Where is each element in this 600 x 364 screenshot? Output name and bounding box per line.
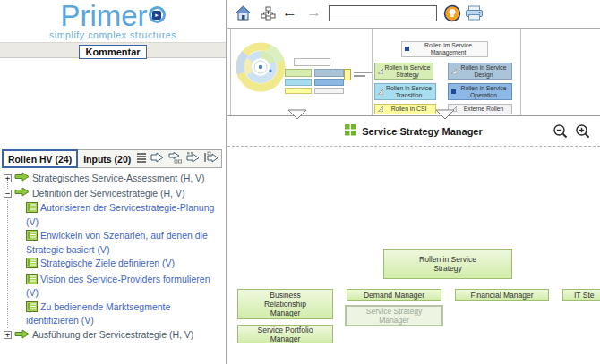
zoom-in-icon[interactable]: [575, 123, 591, 143]
mini-box-management: [294, 58, 330, 66]
note-icon: [344, 69, 351, 80]
panel-divider: [372, 29, 373, 115]
tree-item-marktsegmente[interactable]: Zu bedienende Marktsegmente identifizier…: [26, 301, 220, 327]
expand-branch-icon[interactable]: [150, 151, 165, 167]
note-text-line: [354, 72, 372, 73]
overview-box-rollen-im-service-management[interactable]: Rollen im Service Management: [401, 41, 488, 57]
forward-icon[interactable]: →: [306, 2, 321, 23]
diagram-box-rollen-in-service-strategy[interactable]: Rollen in Service Strategy: [383, 249, 512, 279]
activity-doc-icon: [26, 274, 38, 288]
tree-guide-line: [7, 178, 8, 328]
overview-box-rollen-in-csi[interactable]: Rollen in CSI: [374, 104, 436, 114]
logo-wordmark: Primer▸: [0, 1, 226, 31]
tree-item-label[interactable]: Autorisieren der Servicestrategie-Planun…: [26, 202, 214, 227]
lifecycle-wheel-thumbnail[interactable]: [235, 41, 287, 97]
home-icon[interactable]: [235, 5, 252, 25]
mini-box-csi: [285, 88, 312, 94]
mini-box-operation: [314, 79, 344, 86]
app-window: Primer▸ simplify complex structures Komm…: [0, 0, 600, 364]
tree-item-vision-des-service-providers[interactable]: Vision des Service-Providers formulieren…: [26, 274, 220, 300]
sidebar-tabstrip: Rollen HV (24) Inputs (20): [2, 149, 222, 168]
diagram-marker-icon: [405, 47, 409, 51]
list-view-icon[interactable]: [136, 151, 147, 167]
collapse-level-icon[interactable]: [203, 151, 219, 167]
overview-box-externe-rollen[interactable]: Externe Rollen: [448, 104, 512, 114]
process-tree: + Strategisches Service-Assessment (H, V…: [4, 172, 220, 344]
mini-box-externe: [314, 88, 344, 94]
tabstrip-rest: Inputs (20): [78, 149, 222, 168]
triangle-marker-icon: [378, 106, 383, 114]
note-text-line: [354, 75, 365, 77]
comment-toolbar: Kommentar: [0, 42, 226, 58]
sitemap-icon[interactable]: [261, 6, 276, 24]
overview-box-rollen-in-service-design[interactable]: Rollen in Service Design: [448, 63, 512, 80]
tree-item-label[interactable]: Zu bedienende Marktsegmente identifizier…: [26, 301, 170, 326]
tree-item-label[interactable]: Definition der Servicestrategie (H, V): [32, 188, 184, 199]
tree-item-enwickeln-von-szenarien[interactable]: Enwickeln von Szenarien, auf denen die S…: [26, 230, 220, 256]
panel-divider: [230, 29, 231, 115]
tree-item-autorisieren[interactable]: Autorisieren der Servicestrategie-Planun…: [26, 202, 220, 228]
mini-box-transition: [285, 79, 312, 86]
activity-doc-icon: [26, 301, 38, 316]
tree-item-ausfuehrung-der-servicestrategie[interactable]: + Ausführung der Servicestrategie (H, V): [4, 329, 220, 342]
diagram-box-financial-manager[interactable]: Financial Manager: [455, 289, 549, 301]
search-input[interactable]: [329, 5, 437, 21]
tab-inputs[interactable]: Inputs (20): [81, 154, 133, 165]
tree-item-label[interactable]: Vision des Service-Providers formulieren…: [26, 274, 210, 299]
diagram-title: Service Strategy Manager: [362, 126, 483, 137]
zoom-out-icon[interactable]: [553, 123, 569, 143]
mini-box-strategy: [285, 69, 312, 77]
process-arrow-icon: [14, 329, 30, 342]
tree-item-label[interactable]: Ausführung der Servicestrategie (H, V): [32, 329, 193, 341]
printer-icon[interactable]: [465, 5, 484, 25]
logo-o-icon: ▸: [149, 6, 166, 23]
tree-item-label[interactable]: Strategische Ziele definieren (V): [40, 258, 175, 268]
expand-plus-icon[interactable]: +: [4, 331, 12, 339]
diagram-title-bar: Service Strategy Manager: [227, 116, 600, 146]
hierarchy-branch-icon[interactable]: [167, 151, 183, 167]
triangle-marker-icon: [378, 69, 383, 76]
comment-button[interactable]: Kommentar: [79, 45, 146, 59]
process-arrow-icon: [14, 172, 30, 184]
tree-children: Autorisieren der Servicestrategie-Planun…: [26, 202, 220, 327]
main-area: ← →: [227, 0, 600, 364]
logo-tagline: simplify complex structures: [0, 30, 226, 40]
diagram-box-service-strategy-manager-selected[interactable]: Service Strategy Manager: [345, 305, 443, 326]
diagram-box-it-ste[interactable]: IT Ste: [562, 289, 600, 301]
logo-text: Primer: [60, 0, 147, 32]
page-break-line: [227, 146, 600, 147]
diagram-box-business-relationship-manager[interactable]: Business Relationship Manager: [237, 289, 333, 319]
activity-doc-icon: [26, 202, 38, 216]
tree-item-label[interactable]: Strategisches Service-Assessment (H, V): [32, 173, 205, 184]
tree-item-strategische-ziele[interactable]: Strategische Ziele definieren (V): [26, 258, 220, 272]
tree-item-definition-der-servicestrategie[interactable]: − Definition der Servicestrategie (H, V): [4, 187, 220, 199]
overview-box-rollen-in-service-strategy[interactable]: Rollen in Service Strategy: [374, 63, 433, 80]
left-sidebar: Primer▸ simplify complex structures Komm…: [0, 0, 227, 364]
lightbulb-icon[interactable]: [443, 4, 461, 26]
diagram-box-service-portfolio-manager[interactable]: Service Portfolio Manager: [237, 325, 333, 343]
collapse-minus-icon[interactable]: −: [4, 190, 12, 198]
overview-box-rollen-in-service-transition[interactable]: Rollen in Service Transition: [374, 83, 436, 100]
diagram-type-icon: [345, 123, 356, 140]
process-arrow-icon: [14, 187, 30, 199]
activity-doc-icon: [26, 258, 38, 272]
triangle-marker-icon: [378, 89, 383, 97]
top-toolbar: ← →: [227, 0, 600, 28]
back-icon[interactable]: ←: [282, 2, 297, 23]
expand-level-icon[interactable]: [185, 151, 201, 167]
diagram-marker-icon: [451, 89, 456, 94]
panel-divider: [520, 29, 521, 115]
tree-item-strategisches-service-assessment[interactable]: + Strategisches Service-Assessment (H, V…: [4, 172, 220, 184]
overview-band: Rollen im Service Management Rollen in S…: [227, 28, 600, 116]
app-logo: Primer▸ simplify complex structures: [0, 1, 226, 40]
tab-rollen-hv[interactable]: Rollen HV (24): [2, 149, 78, 168]
triangle-marker-icon: [451, 69, 457, 76]
tree-item-label[interactable]: Enwickeln von Szenarien, auf denen die S…: [26, 230, 208, 255]
activity-doc-icon: [26, 230, 38, 244]
mini-box-design: [314, 69, 344, 77]
overview-box-rollen-in-service-operation[interactable]: Rollen in Service Operation: [448, 83, 512, 100]
expand-plus-icon[interactable]: +: [4, 174, 12, 182]
diagram-box-demand-manager[interactable]: Demand Manager: [347, 289, 441, 301]
